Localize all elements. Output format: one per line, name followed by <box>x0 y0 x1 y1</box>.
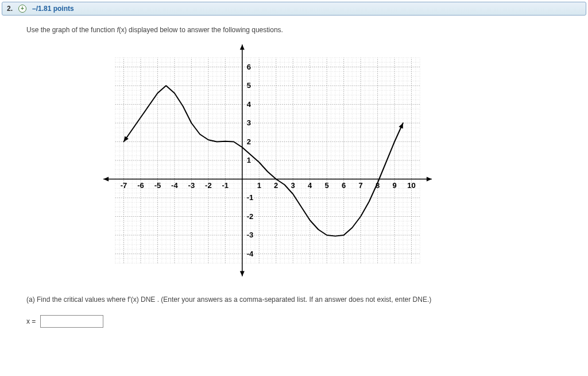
svg-text:-2: -2 <box>247 212 254 221</box>
graph-svg: -7-6-5-4-3-2-112345678910-4-3-2-1123456 <box>95 43 440 278</box>
question-body: Use the graph of the function f(x) displ… <box>0 17 588 336</box>
svg-text:2: 2 <box>247 137 251 146</box>
svg-text:7: 7 <box>358 181 362 190</box>
svg-text:6: 6 <box>342 181 346 190</box>
question-suffix: displayed below to answer the following … <box>127 26 283 34</box>
svg-text:9: 9 <box>392 181 396 190</box>
svg-text:-1: -1 <box>247 193 254 202</box>
svg-text:-7: -7 <box>121 181 127 190</box>
svg-text:4: 4 <box>247 100 252 109</box>
svg-text:-5: -5 <box>154 181 161 190</box>
expand-icon[interactable]: + <box>18 5 26 13</box>
svg-text:3: 3 <box>291 181 295 190</box>
points-label: –/1.81 points <box>32 5 74 13</box>
sub-question: (a) Find the critical values where f'(x)… <box>26 296 562 304</box>
svg-text:-2: -2 <box>205 181 212 190</box>
svg-text:6: 6 <box>247 63 251 71</box>
svg-marker-120 <box>240 45 245 50</box>
svg-text:4: 4 <box>308 181 312 190</box>
question-number: 2. <box>7 5 13 13</box>
svg-marker-121 <box>240 271 245 277</box>
answer-label: x = <box>26 317 36 325</box>
svg-text:1: 1 <box>257 181 261 190</box>
svg-text:-4: -4 <box>171 181 178 190</box>
svg-marker-119 <box>103 177 109 182</box>
svg-text:2: 2 <box>274 181 278 190</box>
svg-text:3: 3 <box>247 118 251 127</box>
svg-text:5: 5 <box>325 181 329 190</box>
question-header: 2. + –/1.81 points <box>2 2 586 16</box>
question-prefix: Use the graph of the function <box>26 26 117 34</box>
answer-input[interactable] <box>40 315 103 328</box>
svg-text:10: 10 <box>407 181 415 190</box>
svg-text:5: 5 <box>247 81 251 90</box>
sub-label: (a) Find the critical values where f'(x)… <box>26 296 431 304</box>
graph: -7-6-5-4-3-2-112345678910-4-3-2-1123456 <box>95 43 440 278</box>
question-text: Use the graph of the function f(x) displ… <box>26 26 562 34</box>
svg-text:-6: -6 <box>137 181 144 190</box>
svg-text:-1: -1 <box>222 181 229 190</box>
question-fnarg: (x) <box>119 26 127 34</box>
svg-marker-118 <box>427 177 432 182</box>
answer-row: x = <box>26 315 562 328</box>
svg-text:-3: -3 <box>188 181 195 190</box>
svg-text:1: 1 <box>247 156 251 164</box>
svg-text:-4: -4 <box>247 250 254 258</box>
svg-text:-3: -3 <box>247 231 254 239</box>
